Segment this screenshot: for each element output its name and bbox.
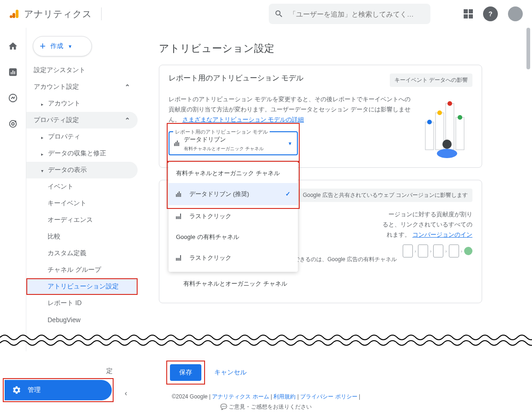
nav-data-collection[interactable]: データの収集と修正	[26, 145, 140, 162]
chevron-down-icon: ▼	[288, 140, 292, 147]
chevron-up-icon	[125, 116, 130, 124]
svg-point-2	[10, 15, 12, 18]
data-driven-icon	[174, 141, 179, 146]
svg-rect-4	[11, 72, 12, 74]
nav-account[interactable]: アカウント	[26, 95, 140, 112]
svg-point-18	[458, 115, 462, 120]
search-input[interactable]	[289, 10, 425, 18]
svg-rect-14	[456, 117, 464, 150]
admin-button[interactable]: 管理	[5, 380, 112, 400]
search-icon	[274, 9, 284, 18]
select-label: レポート用のアトリビューション モデル	[173, 128, 270, 136]
footer-feedback[interactable]: ご意見・ご感想をお送りください	[229, 404, 312, 410]
dropdown-option-last-click-2[interactable]: ラストクリック	[169, 247, 298, 269]
save-button[interactable]: 保存	[170, 364, 201, 381]
highlight-box: 保存	[166, 361, 205, 385]
svg-point-15	[427, 120, 432, 124]
svg-rect-1	[12, 13, 15, 18]
svg-point-20	[442, 140, 452, 149]
arrow-right-icon	[41, 150, 43, 157]
search-box[interactable]	[269, 4, 430, 24]
avatar[interactable]	[508, 6, 523, 21]
data-driven-icon	[176, 191, 181, 197]
nav-compare[interactable]: 比較	[26, 228, 140, 245]
help-icon[interactable]: ?	[483, 6, 498, 21]
page-title: アトリビューション設定	[159, 42, 482, 55]
nav-key-events[interactable]: キーイベント	[26, 195, 140, 212]
nav-events[interactable]: イベント	[26, 178, 140, 195]
nav-data-display[interactable]: データの表示	[26, 162, 138, 178]
attribution-model-dropdown: 有料チャネルとオーガニック チャネル データドリブン (推奨) ラストクリック …	[169, 161, 298, 272]
svg-point-9	[12, 122, 14, 125]
dropdown-header: 有料チャネルとオーガニック チャネル	[169, 164, 298, 183]
collapse-sidebar-icon[interactable]: ‹	[125, 389, 127, 398]
arrow-right-icon	[41, 133, 43, 141]
reports-icon[interactable]	[7, 67, 18, 78]
create-label: 作成	[50, 42, 63, 50]
channel-flow-illustration: ››››	[403, 245, 472, 257]
learn-more-link[interactable]: さまざまなアトリビューション モデルの詳細	[182, 116, 304, 123]
svg-rect-11	[425, 122, 434, 150]
cancel-button[interactable]: キャンセル	[214, 368, 247, 377]
last-click-icon	[176, 214, 181, 219]
impact-tag: キーイベント データへの影響	[390, 73, 472, 87]
nav-report-id[interactable]: レポート ID	[26, 295, 140, 312]
nav-setup-assistant[interactable]: 設定アシスタント	[26, 62, 140, 79]
divider	[101, 7, 102, 20]
svg-rect-0	[16, 10, 18, 18]
home-icon[interactable]	[7, 41, 18, 52]
create-button[interactable]: + 作成 ▼	[33, 36, 92, 56]
footer-home-link[interactable]: アナリティクス ホーム	[212, 393, 269, 400]
feedback-icon: 💬	[220, 404, 227, 410]
nav-property-section[interactable]: プロパティ設定	[26, 112, 138, 128]
card-description: レポートのアトリビューション モデルを変更すると、その後レポートでキーイベントへ…	[169, 94, 412, 159]
last-click-icon	[176, 255, 181, 261]
cut-line-decoration	[0, 332, 532, 349]
cropped-text: 定	[106, 367, 113, 375]
dropdown-option-data-driven[interactable]: データドリブン (推奨)	[169, 183, 298, 205]
nav-account-section[interactable]: アカウント設定	[26, 79, 138, 95]
nav-attribution-settings[interactable]: アトリビューション設定	[26, 278, 138, 295]
product-name: アナリティクス	[24, 8, 92, 20]
nav-debugview[interactable]: DebugView	[26, 312, 140, 328]
nav-channel-groups[interactable]: チャネル グループ	[26, 262, 140, 278]
conversion-link[interactable]: コンバージョンのイン	[412, 231, 472, 238]
attribution-model-card: レポート用のアトリビューション モデル キーイベント データへの影響 レポートの…	[159, 65, 482, 168]
gear-icon	[12, 385, 21, 395]
analytics-logo-icon	[9, 8, 20, 19]
svg-point-19	[437, 149, 457, 158]
svg-point-17	[447, 101, 452, 106]
svg-point-16	[437, 110, 442, 115]
chevron-up-icon	[125, 83, 130, 91]
nav-property[interactable]: プロパティ	[26, 128, 140, 145]
logo[interactable]: アナリティクス	[9, 7, 102, 20]
attribution-illustration	[422, 94, 472, 159]
footer-privacy-link[interactable]: プライバシー ポリシー	[300, 393, 357, 400]
nav-custom-definitions[interactable]: カスタム定義	[26, 245, 140, 262]
chevron-down-icon: ▼	[68, 44, 73, 49]
footer-terms-link[interactable]: 利用規約	[273, 393, 296, 400]
svg-rect-5	[12, 70, 13, 74]
plus-icon: +	[40, 40, 46, 52]
card-title: レポート用のアトリビューション モデル	[169, 73, 390, 83]
svg-point-10	[15, 121, 17, 122]
arrow-right-icon	[41, 100, 43, 107]
advertising-icon[interactable]	[7, 118, 18, 129]
apps-icon[interactable]	[464, 9, 473, 18]
svg-rect-6	[14, 71, 15, 74]
dropdown-header: Google の有料チャネル	[169, 227, 298, 247]
nav-audiences[interactable]: オーディエンス	[26, 212, 140, 228]
highlight-box: 管理	[3, 378, 114, 402]
explore-icon[interactable]	[7, 92, 18, 104]
dropdown-option-last-click-1[interactable]: ラストクリック	[169, 205, 298, 227]
impact-tag: Google 広告と共有されているウェブ コンバージョンに影響します	[298, 189, 472, 202]
admin-label: 管理	[28, 386, 41, 394]
arrow-down-icon	[41, 166, 43, 174]
